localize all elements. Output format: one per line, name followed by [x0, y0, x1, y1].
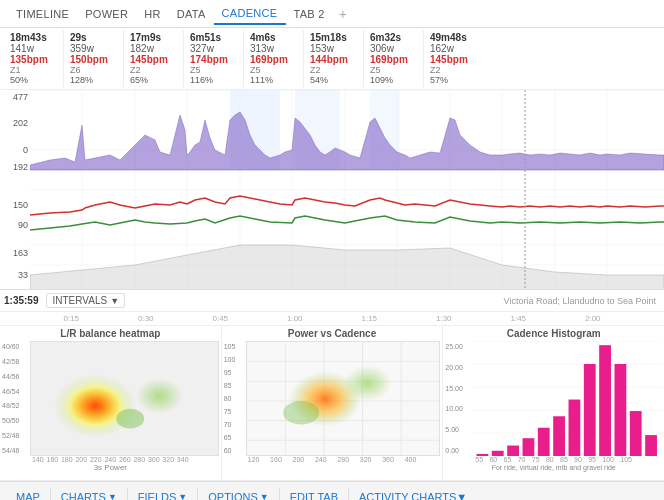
x-label-2: 0:30 [109, 314, 184, 323]
interval-7[interactable]: 6m32s 306w 169bpm Z5 109% [364, 30, 424, 87]
x-label-3: 0:45 [183, 314, 258, 323]
cadence-histogram-title: Cadence Histogram [445, 328, 662, 339]
power-cadence-title: Power vs Cadence [224, 328, 441, 339]
x-axis-row: 0:15 0:30 0:45 1:00 1:15 1:30 1:45 2:00 [0, 312, 664, 326]
power-cadence-heatmap[interactable]: Power vs Cadence 10510095858075706560 [222, 326, 444, 480]
nav-power[interactable]: POWER [77, 4, 136, 24]
nav-tab2[interactable]: TAB 2 [286, 4, 333, 24]
options-button[interactable]: OPTIONS ▼ [200, 487, 276, 501]
hr-mid-label: 150 [13, 200, 28, 210]
x-label-7: 1:45 [481, 314, 556, 323]
power-mid-label: 202 [13, 118, 28, 128]
power-avg-label: 192 [13, 162, 28, 172]
intervals-row: 18m43s 141w 135bpm Z1 50% 29s 359w 150bp… [0, 28, 664, 90]
heatmaps-section: L/R balance heatmap 40/6042/5844/5646/54… [0, 326, 664, 481]
add-tab-button[interactable]: + [333, 4, 353, 24]
main-chart-svg [30, 90, 664, 290]
lr-x-labels: 140160180200220240260280300320340 [2, 456, 219, 463]
svg-rect-47 [492, 451, 504, 456]
divider-1 [50, 488, 51, 501]
x-label-8: 2:00 [556, 314, 631, 323]
svg-point-26 [136, 378, 183, 413]
svg-rect-57 [646, 435, 658, 456]
power-min-label: 0 [23, 145, 28, 155]
lr-y-labels: 40/6042/5844/5646/5448/5250/5052/4854/46 [2, 341, 30, 456]
divider-2 [127, 488, 128, 501]
svg-rect-53 [584, 364, 596, 456]
nav-data[interactable]: DATA [169, 4, 214, 24]
cadence-histogram[interactable]: Cadence Histogram 25.0020.0015.0010.005.… [443, 326, 664, 480]
fields-button[interactable]: FIELDS ▼ [130, 487, 195, 501]
main-chart-area[interactable]: 477 202 0 192 150 90 163 33 [0, 90, 664, 290]
svg-point-39 [283, 401, 319, 425]
pc-x-labels: 120160200240280320360400 [224, 456, 441, 463]
hr-min-label: 90 [18, 220, 28, 230]
activity-charts-button[interactable]: ACTIVITY CHARTS ▼ [351, 487, 475, 501]
y-axis-labels: 477 202 0 192 150 90 163 33 [0, 90, 30, 289]
nav-hr[interactable]: HR [136, 4, 169, 24]
svg-rect-49 [523, 438, 535, 456]
svg-point-38 [343, 366, 391, 401]
interval-4[interactable]: 6m51s 327w 174bpm Z5 116% [184, 30, 244, 87]
x-label-4: 1:00 [258, 314, 333, 323]
interval-2[interactable]: 29s 359w 150bpm Z6 128% [64, 30, 124, 87]
fields-arrow: ▼ [178, 492, 187, 501]
divider-4 [279, 488, 280, 501]
bottom-toolbar: MAP CHARTS ▼ FIELDS ▼ OPTIONS ▼ EDIT TAB… [0, 481, 664, 500]
svg-rect-50 [538, 428, 550, 456]
power-max-label: 477 [13, 92, 28, 102]
pc-y-labels: 10510095858075706560 [224, 341, 246, 456]
divider-3 [197, 488, 198, 501]
map-button[interactable]: MAP [8, 487, 48, 501]
nav-cadence[interactable]: CADENCE [214, 3, 286, 25]
lr-balance-title: L/R balance heatmap [2, 328, 219, 339]
nav-timeline[interactable]: TIMELINE [8, 4, 77, 24]
intervals-button[interactable]: INTERVALS ▼ [46, 293, 125, 308]
divider-5 [348, 488, 349, 501]
alt-min-label: 33 [18, 270, 28, 280]
svg-marker-22 [30, 112, 664, 170]
elapsed-time: 1:35:59 [4, 295, 38, 306]
x-label-6: 1:30 [407, 314, 482, 323]
svg-rect-48 [508, 446, 520, 456]
x-label-1: 0:15 [34, 314, 109, 323]
top-navigation: TIMELINE POWER HR DATA CADENCE TAB 2 + [0, 0, 664, 28]
svg-rect-54 [600, 345, 612, 456]
alt-max-label: 163 [13, 248, 28, 258]
svg-rect-55 [615, 364, 627, 456]
interval-8[interactable]: 49m48s 162w 145bpm Z2 57% [424, 30, 484, 87]
lr-balance-heatmap[interactable]: L/R balance heatmap 40/6042/5844/5646/54… [0, 326, 222, 480]
interval-5[interactable]: 4m6s 313w 169bpm Z5 111% [244, 30, 304, 87]
hist-canvas [473, 341, 662, 456]
pc-canvas [246, 341, 441, 456]
svg-point-25 [54, 374, 136, 437]
lr-x-title: 3s Power [2, 463, 219, 472]
svg-rect-46 [477, 454, 489, 456]
chart-bottom-bar: 1:35:59 INTERVALS ▼ Victoria Road; Lland… [0, 290, 664, 312]
interval-3[interactable]: 17m9s 182w 145bpm Z2 65% [124, 30, 184, 87]
svg-marker-18 [30, 245, 664, 290]
svg-rect-52 [569, 400, 581, 456]
route-name: Victoria Road; Llandudno to Sea Point [504, 296, 656, 306]
histogram-note: For ride, virtual ride, mtb and gravel r… [445, 464, 662, 471]
svg-rect-51 [554, 416, 566, 456]
hist-y-labels: 25.0020.0015.0010.005.000.00 [445, 341, 473, 456]
interval-6[interactable]: 15m18s 153w 144bpm Z2 54% [304, 30, 364, 87]
lr-canvas [30, 341, 219, 456]
svg-rect-56 [630, 411, 642, 456]
charts-button[interactable]: CHARTS ▼ [53, 487, 125, 501]
charts-arrow: ▼ [108, 492, 117, 501]
options-arrow: ▼ [260, 492, 269, 501]
x-label-5: 1:15 [332, 314, 407, 323]
edit-tab-button[interactable]: EDIT TAB [282, 487, 346, 501]
interval-1[interactable]: 18m43s 141w 135bpm Z1 50% [4, 30, 64, 87]
activity-arrow: ▼ [456, 491, 467, 501]
svg-point-27 [116, 409, 144, 429]
hist-x-labels: 556065707580859095100105 [445, 456, 662, 463]
